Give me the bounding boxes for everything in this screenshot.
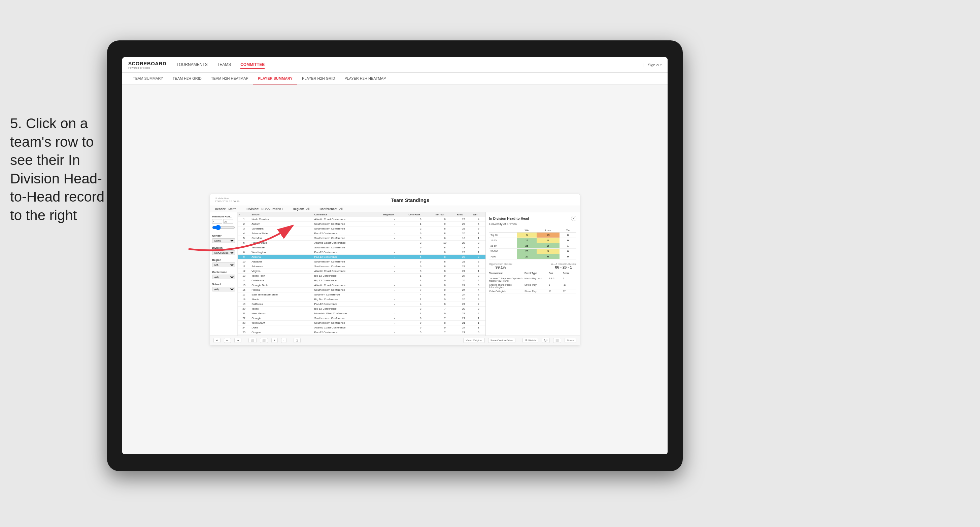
tournament-pos: 11 <box>549 290 562 292</box>
conference-select[interactable]: (All) <box>212 275 235 279</box>
tournament-row: Arizona Thunderbirds Intercollegiate Str… <box>489 283 576 289</box>
table-row[interactable]: 1 North Carolina Atlantic Coast Conferen… <box>238 217 485 222</box>
subnav-player-summary[interactable]: PLAYER SUMMARY <box>253 73 297 84</box>
subnav-player-h2h-heatmap[interactable]: PLAYER H2H HEATMAP <box>340 73 391 84</box>
reg-rank-cell: - <box>382 245 407 250</box>
min-rounds-min[interactable] <box>212 219 222 224</box>
col-school: School <box>250 212 313 217</box>
rounds-slider[interactable] <box>212 225 235 230</box>
conference-filter-title: Conference <box>212 271 235 274</box>
region-select[interactable]: N/A All <box>212 262 235 267</box>
opponents-label: Opponents in division: <box>489 263 512 265</box>
conf-rank-cell: 4 <box>407 283 434 288</box>
sign-out-button[interactable]: Sign out <box>643 63 662 67</box>
table-row[interactable]: 25 Oregon Pac-12 Conference - 5 7 21 0 <box>238 330 485 335</box>
gender-label: Gender: <box>215 207 227 211</box>
no-tour-cell: 8 <box>434 217 456 222</box>
comment-button[interactable]: 💬 <box>542 338 550 343</box>
no-tour-cell: 9 <box>434 222 456 227</box>
subnav-team-summary[interactable]: TEAM SUMMARY <box>128 73 168 84</box>
h2h-tie-cell: 1 <box>560 243 576 249</box>
view-original-button[interactable]: View: Original <box>463 338 484 343</box>
table-row[interactable]: 8 Washington Pac-12 Conference - 2 8 23 … <box>238 250 485 255</box>
table-row[interactable]: 12 Virginia Atlantic Coast Conference - … <box>238 269 485 274</box>
tournament-score: -17 <box>563 284 576 288</box>
table-row[interactable]: 17 East Tennessee State Southern Confere… <box>238 292 485 297</box>
subnav-team-h2h-heatmap[interactable]: TEAM H2H HEATMAP <box>206 73 253 84</box>
table-row[interactable]: 14 Oklahoma Big 12 Conference - 3 9 26 2 <box>238 278 485 283</box>
conf-rank-cell: 3 <box>407 269 434 274</box>
table-row[interactable]: 15 Georgia Tech Atlantic Coast Conferenc… <box>238 283 485 288</box>
rank-cell: 14 <box>238 278 250 283</box>
h2h-close-button[interactable]: ✕ <box>571 216 576 221</box>
table-row[interactable]: 23 Texas A&M Southeastern Conference - 9… <box>238 321 485 325</box>
toolbar-action-1[interactable]: ⬜ <box>248 338 256 343</box>
reg-rank-cell: - <box>382 227 407 231</box>
tour-col-pos: Pos <box>549 272 562 274</box>
table-row[interactable]: 9 Arizona Pac-12 Conference - 5 8 23 2 <box>238 255 485 259</box>
redo-button[interactable]: ↪ <box>234 338 241 343</box>
conference-cell: Pac-12 Conference <box>313 250 382 255</box>
division-filter-section: Division NCAA Division I NCAA Division I… <box>212 246 235 255</box>
table-row[interactable]: 10 Alabama Southeastern Conference - 5 8… <box>238 259 485 264</box>
table-row[interactable]: 22 Georgia Southeastern Conference - 8 7… <box>238 316 485 321</box>
school-cell: Vanderbilt <box>250 227 313 231</box>
rank-cell: 3 <box>238 227 250 231</box>
rnds-cell: 23 <box>455 259 472 264</box>
toolbar-zoom-out[interactable]: - <box>281 338 287 343</box>
share-button[interactable]: Share <box>565 338 576 343</box>
subnav-team-h2h-grid[interactable]: TEAM H2H GRID <box>168 73 206 84</box>
rnds-cell: 18 <box>455 245 472 250</box>
min-rounds-max[interactable] <box>223 219 233 224</box>
table-row[interactable]: 2 Auburn Southeastern Conference - 1 9 2… <box>238 222 485 227</box>
win-cell: 5 <box>472 227 485 231</box>
table-row[interactable]: 19 California Pac-12 Conference - 4 8 24… <box>238 302 485 306</box>
rank-cell: 18 <box>238 297 250 302</box>
conf-rank-cell: 6 <box>407 231 434 236</box>
redo-prev-button[interactable]: ↩ <box>224 338 231 343</box>
nav-teams[interactable]: TEAMS <box>217 61 231 69</box>
nav-committee[interactable]: COMMITTEE <box>240 61 265 69</box>
toolbar-action-2[interactable]: ⬜ <box>260 338 268 343</box>
no-tour-cell: 8 <box>434 227 456 231</box>
conf-rank-cell: 9 <box>407 217 434 222</box>
subnav-player-h2h-grid[interactable]: PLAYER H2H GRID <box>297 73 340 84</box>
save-custom-view-button[interactable]: Save Custom View <box>488 338 515 343</box>
table-row[interactable]: 13 Texas Tech Big 12 Conference - 1 9 27… <box>238 274 485 278</box>
win-cell: 3 <box>472 297 485 302</box>
table-row[interactable]: 4 Arizona State Pac-12 Conference - 6 8 … <box>238 231 485 236</box>
division-select[interactable]: NCAA Division I NCAA Division II <box>212 250 235 255</box>
table-row[interactable]: 18 Illinois Big Ten Conference - 1 9 26 … <box>238 297 485 302</box>
table-row[interactable]: 11 Arkansas Southeastern Conference - 6 … <box>238 264 485 269</box>
school-select[interactable]: (All) <box>212 287 235 291</box>
table-row[interactable]: 20 Texas Big 12 Conference - 3 7 20 2 <box>238 306 485 311</box>
grid-button[interactable]: ⬜ <box>553 338 561 343</box>
toolbar-zoom-in[interactable]: + <box>271 338 278 343</box>
table-row[interactable]: 3 Vanderbilt Southeastern Conference - 2… <box>238 227 485 231</box>
table-row[interactable]: 5 Ole Miss Southeastern Conference - 3 6… <box>238 236 485 241</box>
table-row[interactable]: 21 New Mexico Mountain West Conference -… <box>238 311 485 316</box>
nav-tournaments[interactable]: TOURNAMENTS <box>177 61 207 69</box>
win-cell: 1 <box>472 250 485 255</box>
gender-filter-title: Gender <box>212 234 235 237</box>
school-cell: East Tennessee State <box>250 292 313 297</box>
gender-select[interactable]: Men's Women's <box>212 238 235 243</box>
undo-button[interactable]: ↩ <box>213 338 221 343</box>
school-cell: Tennessee <box>250 245 313 250</box>
watch-button[interactable]: 👁 Watch <box>522 338 538 343</box>
conference-cell: Big 12 Conference <box>313 306 382 311</box>
rank-cell: 5 <box>238 236 250 241</box>
toolbar-time[interactable]: ◷ <box>294 338 301 343</box>
no-tour-cell: 7 <box>434 306 456 311</box>
tournament-name: Jackson T. Stephens Cup Men's Match-Play… <box>489 277 524 282</box>
table-row[interactable]: 6 Florida State Atlantic Coast Conferenc… <box>238 241 485 245</box>
conference-cell: Big Ten Conference <box>313 297 382 302</box>
table-row[interactable]: 24 Duke Atlantic Coast Conference - 5 9 … <box>238 325 485 330</box>
table-row[interactable]: 7 Tennessee Southeastern Conference - 6 … <box>238 245 485 250</box>
conference-cell: Atlantic Coast Conference <box>313 325 382 330</box>
table-row[interactable]: 16 Florida Southeastern Conference - 7 9… <box>238 288 485 292</box>
win-cell: 1 <box>472 325 485 330</box>
conf-rank-cell: 5 <box>407 255 434 259</box>
rank-cell: 16 <box>238 288 250 292</box>
tournament-name: Arizona Thunderbirds Intercollegiate <box>489 284 524 288</box>
